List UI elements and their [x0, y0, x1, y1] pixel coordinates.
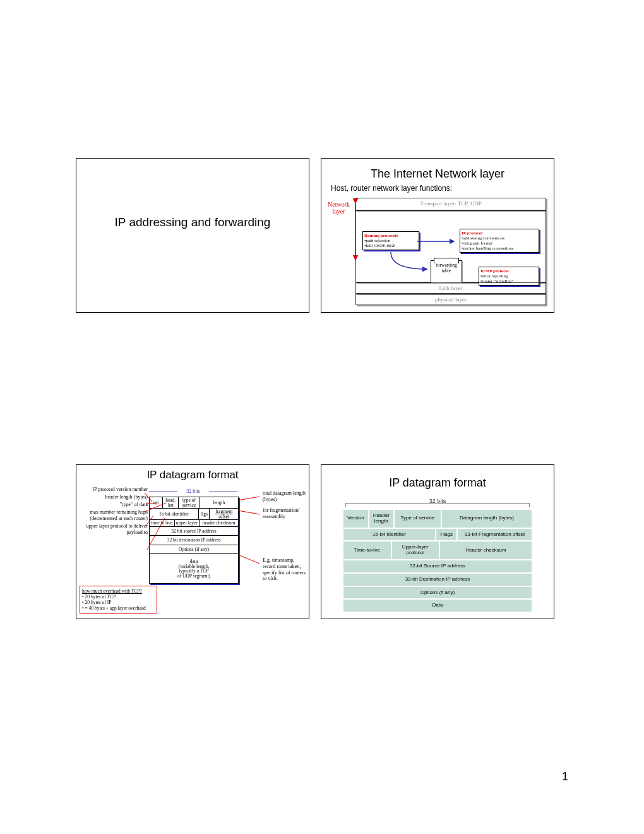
ip-protocol-box: IP protocol •addressing conventions •dat… [460, 229, 539, 253]
svg-line-8 [238, 511, 259, 514]
overhead-box: how much overhead with TCP? • 20 bytes o… [80, 586, 157, 613]
network-layer-box: Routing protocols •path selection •RIP, … [355, 210, 546, 282]
physical-layer-box: physical layer [355, 294, 546, 305]
slide-title: IP addressing and forwarding [76, 215, 309, 229]
layer-diagram: Transport layer: TCP, UDP Routing protoc… [355, 198, 546, 301]
svg-line-7 [237, 497, 259, 500]
slide-title: The Internet Network layer [321, 167, 554, 181]
svg-line-9 [238, 555, 259, 564]
svg-line-3 [146, 503, 157, 504]
network-layer-label: Network layer [328, 201, 350, 215]
slide-subtitle: Host, router network layer functions: [331, 184, 452, 193]
svg-line-5 [146, 516, 153, 526]
svg-line-2 [145, 493, 152, 502]
page-number: 1 [562, 770, 568, 783]
datagram-table: Version Header length Type of service Da… [343, 509, 532, 612]
slide-1: IP addressing and forwarding [76, 158, 309, 313]
routing-protocols-box: Routing protocols •path selection •RIP, … [362, 231, 419, 250]
slide-title: IP datagram format [321, 476, 554, 490]
slide-4: IP datagram format 32 bits Version Heade… [321, 464, 554, 619]
link-layer-box: Link layer [355, 282, 546, 294]
forwarding-table-box: forwarding table [431, 260, 462, 283]
width-bracket [345, 503, 530, 507]
slide-3: IP datagram format 32 bits IP protocol v… [76, 464, 309, 619]
svg-line-6 [147, 518, 165, 550]
transport-layer-box: Transport layer: TCP, UDP [355, 198, 546, 210]
vertical-arrow [352, 198, 359, 305]
slide-title: IP datagram format [76, 469, 309, 481]
slide-2: The Internet Network layer Host, router … [321, 158, 554, 313]
